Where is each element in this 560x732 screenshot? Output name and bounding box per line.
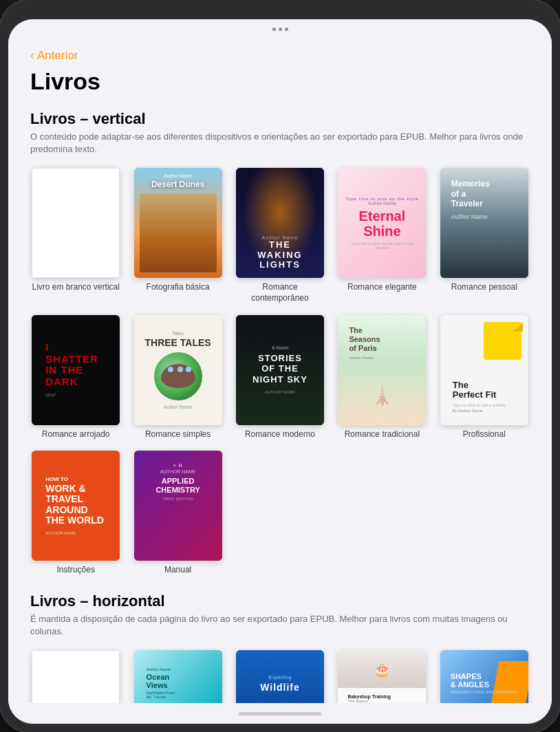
status-dots <box>272 28 288 31</box>
vertical-section-title: Livros – vertical <box>30 110 530 128</box>
device-frame: ‹ Anterior Livros Livros – vertical O co… <box>0 0 560 732</box>
template-memories-traveler[interactable]: Memoriesof aTraveler Author Name Romance… <box>439 168 530 303</box>
template-night-sky[interactable]: A Novel STORIESOF THENIGHT SKY AUTHOR NA… <box>235 315 325 440</box>
cover-instructions: HOW TO WORK &TRAVELAROUNDTHE WORLD AUTHO… <box>32 451 120 561</box>
template-desert-dunes[interactable]: Author Name Desert Dunes Fotografia bási… <box>132 168 223 303</box>
template-shapes-angles[interactable]: SHAPES& ANGLES ARCHITECTURAL PHOTOGRAPHY… <box>439 650 530 703</box>
cover-perfect-fit: ThePerfect Fit Type to click to add a su… <box>440 315 528 425</box>
template-label-perfect-fit: Profissional <box>463 429 506 440</box>
bottom-bar <box>8 703 552 724</box>
back-button[interactable]: ‹ Anterior <box>30 39 530 68</box>
page-title: Livros <box>30 68 530 95</box>
horizontal-section-title: Livros – horizontal <box>30 592 530 610</box>
content-area: ‹ Anterior Livros Livros – vertical O co… <box>8 39 552 703</box>
cover-night-sky: A Novel STORIESOF THENIGHT SKY AUTHOR NA… <box>236 315 324 425</box>
template-label-desert-dunes: Fotografia básica <box>147 282 210 293</box>
cover-wildlife: Exploring Wildlife <box>236 650 324 703</box>
cover-waking-lights: Author Name THEWAKINGLIGHTS <box>236 168 324 278</box>
template-instructions[interactable]: HOW TO WORK &TRAVELAROUNDTHE WORLD AUTHO… <box>30 451 121 576</box>
home-indicator <box>239 712 321 715</box>
horizontal-section-desc: É mantida a disposição de cada página do… <box>30 613 530 638</box>
template-label-blank-v: Livro em branco vertical <box>32 282 120 293</box>
template-label-night-sky: Romance moderno <box>245 429 315 440</box>
cover-bakeshop: 🎂 Bakeshop Training The Basics 3rd Editi… <box>338 650 426 703</box>
template-bakeshop[interactable]: 🎂 Bakeshop Training The Basics 3rd Editi… <box>336 650 427 703</box>
template-label-seasons-paris: Romance tradicional <box>345 429 420 440</box>
screen: ‹ Anterior Livros Livros – vertical O co… <box>8 19 552 724</box>
template-blank-h[interactable]: Livro em branco horizontal <box>30 650 121 703</box>
template-label-shatter-dark: Romance arrojado <box>42 429 110 440</box>
template-wildlife[interactable]: Exploring Wildlife Manual prático <box>235 650 325 703</box>
back-label: Anterior <box>37 49 78 63</box>
template-label-instructions: Instruções <box>57 565 95 576</box>
template-label-memories-traveler: Romance pessoal <box>451 282 517 293</box>
template-perfect-fit[interactable]: ThePerfect Fit Type to click to add a su… <box>439 315 530 440</box>
template-label-manual: Manual <box>164 565 191 576</box>
cover-manual: ≡ H AUTHOR NAME APPLIED CHEMISTRY FIRST … <box>134 451 222 561</box>
cover-blank-h <box>32 650 120 703</box>
template-label-eternal-shine: Romance elegante <box>347 282 417 293</box>
back-chevron-icon: ‹ <box>30 48 34 63</box>
template-label-waking-lights: Romance contemporâneo <box>235 282 325 303</box>
template-waking-lights[interactable]: Author Name THEWAKINGLIGHTS Romance cont… <box>235 168 325 303</box>
cover-blank-v <box>32 168 120 278</box>
cover-seasons-paris: TheSeasonsof Paris Author Name 🗼 <box>338 315 426 425</box>
cover-ocean-views: Author Name OceanViews Highlights FromMy… <box>134 650 222 703</box>
cover-eternal-shine: Type title to pick up the style Author N… <box>338 168 426 278</box>
template-blank-v[interactable]: Livro em branco vertical <box>30 168 121 303</box>
dot-3 <box>285 28 288 31</box>
template-three-tales[interactable]: Tales THREE TALES Author Name <box>132 315 223 440</box>
template-seasons-paris[interactable]: TheSeasonsof Paris Author Name 🗼 Romance… <box>336 315 427 440</box>
cover-memories-traveler: Memoriesof aTraveler Author Name <box>440 168 528 278</box>
dot-1 <box>272 28 276 31</box>
template-shatter-dark[interactable]: ISHATTERIN THEDARK MNP Romance arrojado <box>30 315 121 440</box>
cover-desert-dunes: Author Name Desert Dunes <box>134 168 222 278</box>
vertical-section-desc: O conteúdo pode adaptar-se aos diferente… <box>30 131 530 155</box>
cover-shapes-angles: SHAPES& ANGLES ARCHITECTURAL PHOTOGRAPHY <box>440 650 528 703</box>
vertical-templates-grid: Livro em branco vertical Author Name Des… <box>30 168 530 575</box>
dot-2 <box>279 28 282 31</box>
template-eternal-shine[interactable]: Type title to pick up the style Author N… <box>336 168 427 303</box>
vertical-section: Livros – vertical O conteúdo pode adapta… <box>30 110 530 576</box>
template-label-three-tales: Romance simples <box>145 429 211 440</box>
template-manual[interactable]: ≡ H AUTHOR NAME APPLIED CHEMISTRY FIRST … <box>132 451 223 576</box>
horizontal-section: Livros – horizontal É mantida a disposiç… <box>30 592 530 703</box>
horizontal-templates-grid: Livro em branco horizontal Author Name O… <box>30 650 530 703</box>
cover-shatter-dark: ISHATTERIN THEDARK MNP <box>32 315 120 425</box>
cover-three-tales: Tales THREE TALES Author Name <box>134 315 222 425</box>
template-ocean-views[interactable]: Author Name OceanViews Highlights FromMy… <box>132 650 223 703</box>
status-bar <box>8 19 552 39</box>
